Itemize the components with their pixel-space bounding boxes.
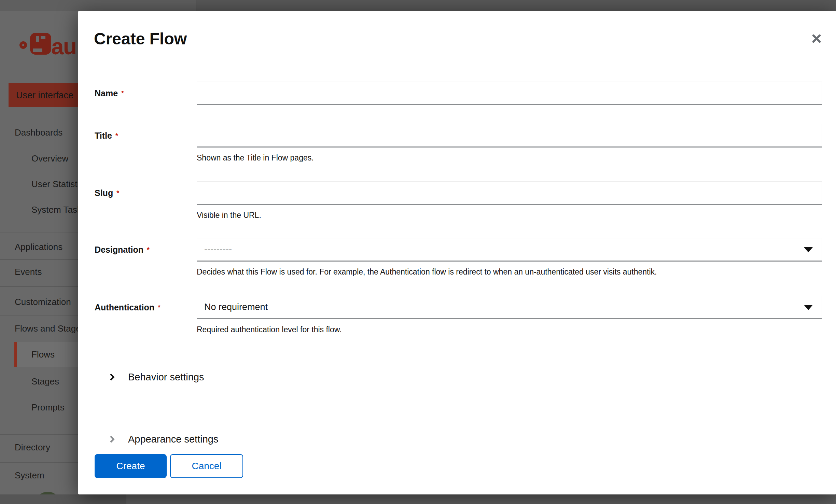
sidebar-item-stages[interactable]: Stages [31, 376, 59, 387]
sidebar-item-events[interactable]: Events [15, 267, 42, 277]
required-asterisk: * [121, 89, 124, 97]
sidebar-item-prompts[interactable]: Prompts [31, 402, 65, 412]
required-asterisk: * [147, 246, 150, 254]
designation-helper: Decides what this Flow is used for. For … [197, 267, 822, 277]
slug-helper: Visible in the URL. [197, 210, 822, 220]
slug-input[interactable] [197, 181, 822, 205]
form-row-title: Title * Shown as the Title in Flow pages… [95, 124, 822, 163]
required-asterisk: * [158, 304, 161, 311]
authentik-logo-icon [19, 41, 27, 49]
authentication-label: Authentication [95, 303, 154, 312]
sidebar-item-system[interactable]: System [15, 470, 44, 480]
required-asterisk: * [115, 132, 118, 140]
caret-down-icon [804, 305, 813, 310]
name-input[interactable] [197, 82, 822, 105]
title-label: Title [95, 131, 112, 141]
cancel-button[interactable]: Cancel [170, 454, 243, 478]
authentication-select[interactable]: No requirement [197, 296, 822, 319]
modal-title: Create Flow [94, 29, 187, 48]
page-header-right-segment [196, 0, 836, 11]
close-icon[interactable] [810, 32, 823, 45]
chevron-right-icon [108, 374, 115, 381]
sidebar-item-overview[interactable]: Overview [31, 153, 68, 164]
sidebar-item-system-tasks[interactable]: System Tasks [31, 205, 86, 215]
sidebar-item-directory[interactable]: Directory [15, 442, 50, 452]
sidebar-item-applications[interactable]: Applications [15, 242, 62, 252]
behavior-settings-toggle[interactable]: Behavior settings [109, 372, 204, 383]
designation-label: Designation [95, 245, 143, 255]
page: au User interface Dashboards Overview Us… [0, 0, 836, 504]
designation-select-value: --------- [204, 244, 232, 255]
create-flow-modal: Create Flow Name * Title * Shown as the [78, 11, 836, 494]
sidebar-item-customization[interactable]: Customization [15, 297, 71, 307]
caret-down-icon [804, 247, 813, 252]
name-label: Name [95, 88, 118, 98]
authentik-logo-text: au [51, 33, 76, 59]
authentik-logo-key-icon [30, 33, 51, 55]
form-row-name: Name * [95, 82, 822, 105]
title-input[interactable] [197, 124, 822, 148]
designation-select[interactable]: --------- [197, 238, 822, 262]
form-row-slug: Slug * Visible in the URL. [95, 181, 822, 220]
page-header-dimmed [0, 0, 836, 11]
chevron-right-icon [108, 436, 115, 443]
required-asterisk: * [116, 189, 119, 197]
appearance-settings-toggle[interactable]: Appearance settings [109, 434, 218, 445]
authentication-select-value: No requirement [204, 302, 268, 312]
title-helper: Shown as the Title in Flow pages. [197, 153, 822, 163]
slug-label: Slug [95, 188, 113, 198]
form-row-authentication: Authentication * No requirement Required… [95, 296, 822, 335]
modal-footer: Create Cancel [95, 454, 243, 478]
sidebar-bottom-strip [0, 494, 126, 504]
authentication-helper: Required authentication level for this f… [197, 325, 822, 335]
form-row-designation: Designation * --------- Decides what thi… [95, 238, 822, 277]
sidebar-item-dashboards[interactable]: Dashboards [15, 127, 62, 138]
sidebar-item-flows-and-stages[interactable]: Flows and Stages [15, 323, 85, 334]
create-button[interactable]: Create [95, 454, 167, 478]
